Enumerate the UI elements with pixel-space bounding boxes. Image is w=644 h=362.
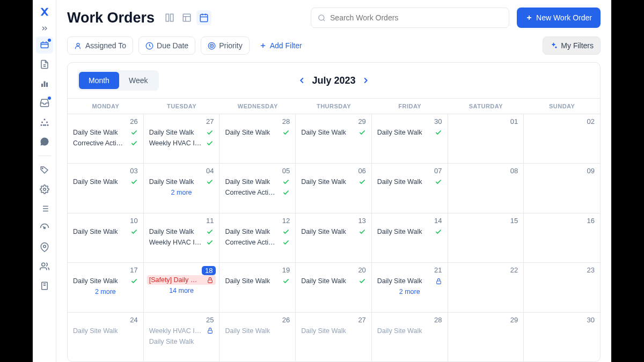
calendar-event[interactable]: Weekly HVAC I… bbox=[147, 326, 216, 336]
calendar-event[interactable]: Daily Site Walk bbox=[223, 276, 292, 286]
calendar-event[interactable]: Weekly HVAC I… bbox=[147, 138, 216, 148]
prev-month-button[interactable] bbox=[297, 76, 306, 85]
calendar-event[interactable]: Daily Site Walk bbox=[71, 227, 140, 237]
view-calendar-button[interactable] bbox=[196, 10, 211, 25]
nav-tags[interactable] bbox=[36, 161, 53, 179]
calendar-cell[interactable]: 05Daily Site WalkCorrective Acti… bbox=[219, 163, 296, 212]
calendar-cell[interactable]: 07Daily Site Walk bbox=[372, 163, 448, 212]
calendar-cell[interactable]: 29 bbox=[448, 312, 524, 361]
search-input-wrapper[interactable] bbox=[311, 8, 509, 28]
calendar-cell[interactable]: 08 bbox=[448, 163, 524, 212]
nav-hierarchy[interactable] bbox=[36, 114, 53, 131]
calendar-cell[interactable]: 14Daily Site Walk bbox=[372, 213, 448, 262]
calendar-cell[interactable]: 06Daily Site Walk bbox=[296, 163, 372, 212]
new-work-order-button[interactable]: New Work Order bbox=[517, 8, 601, 28]
nav-meters[interactable] bbox=[36, 219, 53, 237]
add-filter-button[interactable]: Add Filter bbox=[255, 41, 306, 50]
calendar-cell[interactable]: 13Daily Site Walk bbox=[296, 213, 372, 262]
more-events-link[interactable]: 2 more bbox=[147, 188, 216, 197]
calendar-cell[interactable]: 22 bbox=[448, 262, 524, 312]
calendar-cell[interactable]: 02 bbox=[524, 114, 600, 163]
calendar-event[interactable]: Corrective Acti… bbox=[223, 188, 292, 197]
calendar-cell[interactable]: 19Daily Site Walk bbox=[219, 262, 296, 312]
calendar-event[interactable]: Daily Site Walk bbox=[299, 276, 368, 286]
calendar-cell[interactable]: 12Daily Site WalkCorrective Acti… bbox=[219, 213, 296, 262]
more-events-link[interactable]: 2 more bbox=[71, 287, 140, 297]
nav-location[interactable] bbox=[36, 239, 53, 256]
calendar-event[interactable]: Daily Site Walk bbox=[223, 128, 292, 137]
month-view-button[interactable]: Month bbox=[79, 72, 119, 89]
calendar-cell[interactable]: 23 bbox=[524, 262, 600, 312]
day-number: 21 bbox=[375, 266, 444, 276]
calendar-cell[interactable]: 03Daily Site Walk bbox=[68, 163, 144, 212]
calendar-cell[interactable]: 01 bbox=[448, 114, 524, 163]
nav-inbox[interactable] bbox=[36, 94, 53, 112]
calendar-event[interactable]: Daily Site Walk bbox=[147, 337, 216, 346]
calendar-event[interactable]: Daily Site Walk bbox=[299, 128, 368, 137]
calendar-cell[interactable]: 28Daily Site Walk bbox=[219, 114, 296, 163]
calendar-cell[interactable]: 04Daily Site Walk2 more bbox=[144, 163, 220, 212]
nav-settings[interactable] bbox=[36, 181, 53, 198]
calendar-cell[interactable]: 17Daily Site Walk2 more bbox=[68, 262, 144, 312]
calendar-cell[interactable]: 30Daily Site Walk bbox=[372, 114, 448, 163]
calendar-event[interactable]: Daily Site Walk bbox=[71, 326, 140, 336]
calendar-event[interactable]: Daily Site Walk bbox=[299, 326, 368, 336]
calendar-event[interactable]: Daily Site Walk bbox=[299, 227, 368, 237]
view-table-button[interactable] bbox=[179, 10, 194, 25]
nav-vendors[interactable] bbox=[36, 277, 53, 294]
calendar-cell[interactable]: 29Daily Site Walk bbox=[296, 114, 372, 163]
calendar-event[interactable]: Daily Site Walk bbox=[147, 128, 216, 137]
calendar-cell[interactable]: 09 bbox=[524, 163, 600, 212]
calendar-event[interactable]: [Safety] Daily … bbox=[147, 275, 216, 285]
calendar-event[interactable]: Daily Site Walk bbox=[147, 227, 216, 237]
nav-work-orders[interactable] bbox=[36, 36, 53, 54]
calendar-event[interactable]: Daily Site Walk bbox=[375, 177, 444, 187]
my-filters-button[interactable]: My Filters bbox=[543, 36, 601, 55]
calendar-event[interactable]: Daily Site Walk bbox=[223, 326, 292, 336]
expand-sidebar-button[interactable] bbox=[36, 23, 53, 34]
calendar-cell[interactable]: 10Daily Site Walk bbox=[68, 213, 144, 262]
calendar-cell[interactable]: 18[Safety] Daily …14 more bbox=[144, 262, 220, 312]
nav-documents[interactable] bbox=[36, 56, 53, 73]
search-input[interactable] bbox=[330, 13, 502, 22]
calendar-cell[interactable]: 27Daily Site Walk bbox=[296, 312, 372, 361]
nav-reports[interactable] bbox=[36, 75, 53, 92]
calendar-cell[interactable]: 26Daily Site Walk bbox=[219, 312, 296, 361]
calendar-cell[interactable]: 27Daily Site WalkWeekly HVAC I… bbox=[144, 114, 220, 163]
calendar-event[interactable]: Daily Site Walk bbox=[375, 326, 444, 336]
calendar-cell[interactable]: 30 bbox=[524, 312, 600, 361]
week-view-button[interactable]: Week bbox=[119, 72, 158, 89]
nav-chat[interactable] bbox=[36, 133, 53, 150]
calendar-cell[interactable]: 28Daily Site Walk bbox=[372, 312, 448, 361]
calendar-cell[interactable]: 15 bbox=[448, 213, 524, 262]
more-events-link[interactable]: 2 more bbox=[375, 287, 444, 297]
calendar-event[interactable]: Daily Site Walk bbox=[71, 276, 140, 286]
calendar-cell[interactable]: 25Weekly HVAC I…Daily Site Walk bbox=[144, 312, 220, 361]
calendar-event[interactable]: Daily Site Walk bbox=[375, 128, 444, 137]
calendar-cell[interactable]: 21Daily Site Walk2 more bbox=[372, 262, 448, 312]
calendar-event[interactable]: Daily Site Walk bbox=[299, 177, 368, 187]
view-kanban-button[interactable] bbox=[162, 10, 177, 25]
more-events-link[interactable]: 14 more bbox=[147, 286, 216, 295]
calendar-cell[interactable]: 11Daily Site WalkWeekly HVAC I… bbox=[144, 213, 220, 262]
calendar-event[interactable]: Daily Site Walk bbox=[71, 177, 140, 187]
filter-assigned[interactable]: Assigned To bbox=[67, 36, 133, 55]
calendar-event[interactable]: Corrective Acti… bbox=[71, 138, 140, 148]
calendar-event[interactable]: Daily Site Walk bbox=[375, 276, 444, 286]
calendar-event[interactable]: Daily Site Walk bbox=[223, 177, 292, 187]
calendar-cell[interactable]: 24Daily Site Walk bbox=[68, 312, 144, 361]
filter-due-date[interactable]: Due Date bbox=[138, 36, 195, 55]
nav-people[interactable] bbox=[36, 258, 53, 275]
filter-priority[interactable]: Priority bbox=[201, 36, 250, 55]
calendar-cell[interactable]: 20Daily Site Walk bbox=[296, 262, 372, 312]
calendar-event[interactable]: Daily Site Walk bbox=[375, 227, 444, 237]
calendar-event[interactable]: Corrective Acti… bbox=[223, 238, 292, 247]
next-month-button[interactable] bbox=[361, 76, 371, 85]
calendar-event[interactable]: Weekly HVAC I… bbox=[147, 238, 216, 247]
calendar-event[interactable]: Daily Site Walk bbox=[223, 227, 292, 237]
calendar-event[interactable]: Daily Site Walk bbox=[147, 177, 216, 187]
calendar-cell[interactable]: 26Daily Site WalkCorrective Acti… bbox=[68, 114, 144, 163]
calendar-event[interactable]: Daily Site Walk bbox=[71, 128, 140, 137]
calendar-cell[interactable]: 16 bbox=[524, 213, 600, 262]
nav-list[interactable] bbox=[36, 200, 53, 217]
